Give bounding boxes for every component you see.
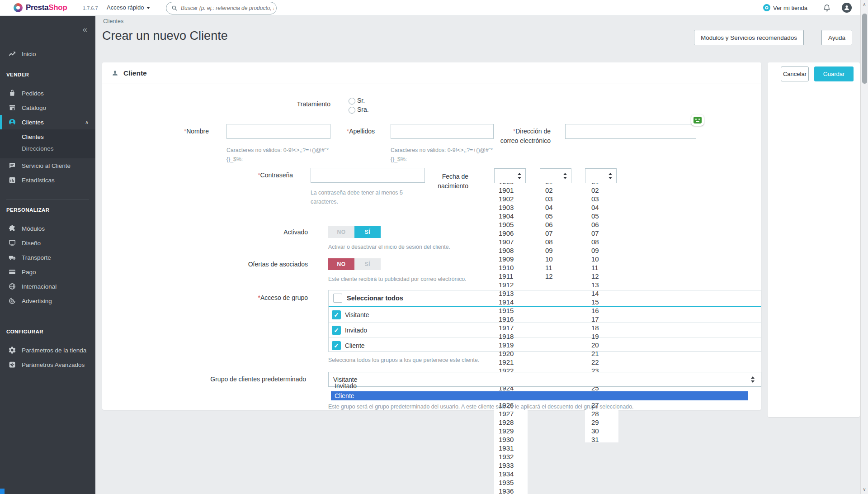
sidebar-item-modulos[interactable]: Módulos [0, 221, 95, 236]
breadcrumb[interactable]: Clientes [103, 18, 123, 24]
select-all-row[interactable]: Seleccionar todos [329, 290, 761, 306]
year-option[interactable]: 1932 [499, 452, 514, 461]
month-option[interactable]: 07 [545, 229, 553, 238]
year-option[interactable]: 1930 [499, 435, 514, 444]
year-option[interactable]: 1931 [499, 444, 514, 452]
month-option[interactable]: 06 [545, 220, 553, 229]
year-option[interactable]: 1919 [499, 341, 514, 349]
day-option[interactable]: 08 [591, 238, 599, 246]
day-option[interactable]: 29 [591, 418, 599, 427]
sidebar-item-parametros-tienda[interactable]: Parámetros de la tienda [0, 343, 95, 357]
radio-sr-label[interactable]: Sr. [357, 97, 365, 104]
group-row-visitante[interactable]: Visitante [329, 307, 761, 322]
page-scrollbar[interactable]: ∧ ∨ [860, 0, 868, 494]
day-option[interactable]: 03 [591, 195, 599, 203]
day-option[interactable]: 06 [591, 220, 599, 229]
radio-sra[interactable] [349, 107, 355, 114]
month-option[interactable]: 11 [545, 263, 553, 272]
day-option[interactable]: 15 [591, 298, 599, 306]
month-option[interactable]: 12 [545, 272, 553, 280]
birth-year-select[interactable] [494, 168, 526, 183]
day-option[interactable]: 11 [591, 263, 599, 272]
year-option[interactable]: 1933 [499, 461, 514, 470]
day-option[interactable]: 02 [591, 186, 599, 195]
year-option[interactable]: 1901 [499, 186, 514, 195]
day-option[interactable]: 20 [591, 341, 599, 349]
sidebar-item-internacional[interactable]: Internacional [0, 279, 95, 294]
sidebar-item-pedidos[interactable]: Pedidos [0, 86, 95, 100]
month-option[interactable]: 03 [545, 195, 553, 203]
day-option[interactable]: 21 [591, 349, 599, 358]
year-option[interactable]: 1928 [499, 418, 514, 427]
dropdown-option-cliente-highlighted[interactable]: Cliente [331, 391, 748, 400]
year-option[interactable]: 1914 [499, 298, 514, 306]
group-row-cliente[interactable]: Cliente [329, 337, 761, 353]
scroll-down-arrow[interactable]: ∨ [861, 487, 868, 492]
radio-sra-label[interactable]: Sra. [357, 106, 369, 113]
year-option[interactable]: 1913 [499, 289, 514, 298]
day-option[interactable]: 04 [591, 203, 599, 212]
day-option[interactable]: 31 [591, 435, 599, 444]
day-option[interactable]: 18 [591, 323, 599, 332]
year-option[interactable]: 1927 [499, 409, 514, 418]
group-row-invitado[interactable]: Invitado [329, 322, 761, 337]
year-option[interactable]: 1934 [499, 470, 514, 478]
day-option[interactable]: 09 [591, 246, 599, 255]
sidebar-item-advertising[interactable]: Advertising [0, 294, 95, 308]
year-option[interactable]: 1936 [499, 487, 514, 494]
day-option[interactable]: 16 [591, 306, 599, 315]
year-option[interactable]: 1935 [499, 478, 514, 487]
year-option[interactable]: 1918 [499, 332, 514, 341]
sidebar-item-diseno[interactable]: Diseño [0, 236, 95, 250]
year-option[interactable]: 1905 [499, 220, 514, 229]
day-option[interactable]: 22 [591, 358, 599, 366]
day-option[interactable]: 14 [591, 289, 599, 298]
year-option[interactable]: 1911 [499, 272, 514, 280]
day-option[interactable]: 17 [591, 315, 599, 323]
year-option[interactable]: 1912 [499, 280, 514, 289]
day-option[interactable]: 10 [591, 255, 599, 263]
quick-access-dropdown[interactable]: Acceso rápido [107, 4, 150, 11]
year-option[interactable]: 1929 [499, 427, 514, 435]
notifications-bell-icon[interactable] [823, 4, 831, 12]
day-option[interactable]: 19 [591, 332, 599, 341]
activado-toggle-no[interactable]: NO [328, 226, 354, 238]
birth-month-select[interactable] [540, 168, 571, 183]
save-button[interactable]: Guardar [814, 66, 854, 81]
dropdown-option-invitado[interactable]: Invitado [331, 381, 748, 390]
search-input[interactable] [180, 3, 274, 14]
ofertas-toggle-si[interactable]: SÍ [354, 258, 381, 270]
sidebar-item-catalogo[interactable]: Catálogo [0, 100, 95, 115]
apellidos-input[interactable] [391, 124, 494, 139]
year-option[interactable]: 1920 [499, 349, 514, 358]
year-option[interactable]: 1902 [499, 195, 514, 203]
view-shop-link[interactable]: Ver mi tienda [773, 5, 807, 11]
sidebar-item-clientes[interactable]: Clientes ∧ [0, 115, 95, 129]
birth-day-select[interactable] [585, 168, 617, 183]
password-manager-extension-icon[interactable] [690, 114, 705, 128]
year-option[interactable]: 1903 [499, 203, 514, 212]
modules-services-button[interactable]: Módulos y Servicios recomendados [694, 30, 804, 45]
year-option[interactable]: 1910 [499, 263, 514, 272]
day-option[interactable]: 13 [591, 280, 599, 289]
cliente-checkbox-checked[interactable] [332, 341, 341, 350]
invitado-checkbox-checked[interactable] [332, 326, 341, 335]
year-option[interactable]: 1908 [499, 246, 514, 255]
month-option[interactable]: 04 [545, 203, 553, 212]
day-option[interactable]: 27 [591, 401, 599, 409]
sidebar-item-estadisticas[interactable]: Estadísticas [0, 173, 95, 187]
sidebar-subitem-direcciones[interactable]: Direcciones [0, 143, 95, 155]
year-option[interactable]: 1906 [499, 229, 514, 238]
sidebar-item-inicio[interactable]: Inicio [0, 46, 95, 62]
email-input[interactable] [565, 124, 696, 139]
month-option[interactable]: 05 [545, 212, 553, 220]
year-option[interactable]: 1921 [499, 358, 514, 366]
year-option[interactable]: 1909 [499, 255, 514, 263]
sidebar-item-servicio-al-cliente[interactable]: Servicio al Cliente [0, 158, 95, 173]
sidebar-item-parametros-avanzados[interactable]: Parámetros Avanzados [0, 357, 95, 372]
prestashop-logo[interactable]: PrestaShop [26, 3, 67, 12]
year-option[interactable]: 1907 [499, 238, 514, 246]
year-option[interactable]: 1917 [499, 323, 514, 332]
password-input[interactable] [311, 168, 425, 183]
ofertas-toggle-no[interactable]: NO [328, 258, 354, 270]
